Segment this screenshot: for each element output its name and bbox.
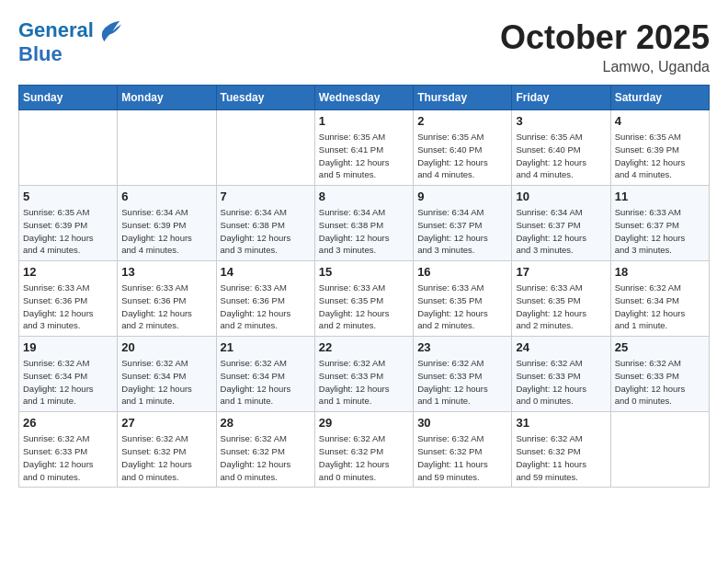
calendar-cell: 24Sunrise: 6:32 AM Sunset: 6:33 PM Dayli… — [512, 337, 610, 412]
calendar-cell: 30Sunrise: 6:32 AM Sunset: 6:32 PM Dayli… — [414, 412, 512, 488]
day-number: 16 — [417, 265, 507, 279]
day-info: Sunrise: 6:32 AM Sunset: 6:33 PM Dayligh… — [615, 357, 705, 408]
day-info: Sunrise: 6:33 AM Sunset: 6:35 PM Dayligh… — [417, 282, 507, 332]
calendar-week-row: 12Sunrise: 6:33 AM Sunset: 6:36 PM Dayli… — [19, 261, 710, 337]
day-number: 12 — [23, 265, 113, 279]
calendar-cell: 9Sunrise: 6:34 AM Sunset: 6:37 PM Daylig… — [414, 186, 512, 261]
day-of-week-header: Sunday — [19, 86, 118, 110]
day-number: 5 — [23, 190, 113, 203]
day-number: 10 — [516, 190, 606, 203]
calendar-cell: 31Sunrise: 6:32 AM Sunset: 6:32 PM Dayli… — [512, 412, 610, 488]
day-of-week-header: Wednesday — [314, 86, 413, 110]
day-number: 22 — [319, 340, 409, 354]
calendar-cell: 27Sunrise: 6:32 AM Sunset: 6:32 PM Dayli… — [118, 412, 216, 488]
calendar-cell — [19, 110, 118, 186]
day-info: Sunrise: 6:32 AM Sunset: 6:34 PM Dayligh… — [121, 357, 211, 408]
day-of-week-header: Monday — [118, 86, 216, 110]
day-info: Sunrise: 6:33 AM Sunset: 6:36 PM Dayligh… — [121, 282, 211, 332]
day-of-week-header: Thursday — [414, 86, 512, 110]
calendar-cell: 2Sunrise: 6:35 AM Sunset: 6:40 PM Daylig… — [414, 110, 512, 186]
day-number: 27 — [121, 416, 211, 430]
calendar-cell: 8Sunrise: 6:34 AM Sunset: 6:38 PM Daylig… — [314, 186, 413, 261]
calendar-cell: 6Sunrise: 6:34 AM Sunset: 6:39 PM Daylig… — [118, 186, 216, 261]
calendar-cell — [610, 412, 709, 488]
day-number: 8 — [319, 190, 409, 203]
calendar-cell: 16Sunrise: 6:33 AM Sunset: 6:35 PM Dayli… — [414, 261, 512, 337]
title-block: October 2025 Lamwo, Uganda — [500, 18, 710, 75]
day-of-week-header: Saturday — [610, 86, 709, 110]
calendar-cell: 3Sunrise: 6:35 AM Sunset: 6:40 PM Daylig… — [512, 110, 610, 186]
day-info: Sunrise: 6:34 AM Sunset: 6:37 PM Dayligh… — [417, 206, 507, 257]
day-info: Sunrise: 6:33 AM Sunset: 6:35 PM Dayligh… — [516, 282, 606, 332]
day-number: 7 — [221, 190, 311, 203]
calendar-cell: 21Sunrise: 6:32 AM Sunset: 6:34 PM Dayli… — [216, 337, 314, 412]
calendar-cell: 5Sunrise: 6:35 AM Sunset: 6:39 PM Daylig… — [19, 186, 118, 261]
calendar-cell: 17Sunrise: 6:33 AM Sunset: 6:35 PM Dayli… — [512, 261, 610, 337]
day-info: Sunrise: 6:32 AM Sunset: 6:34 PM Dayligh… — [23, 357, 113, 408]
day-number: 17 — [516, 265, 606, 279]
calendar-cell: 18Sunrise: 6:32 AM Sunset: 6:34 PM Dayli… — [610, 261, 709, 337]
day-number: 6 — [121, 190, 211, 203]
day-info: Sunrise: 6:34 AM Sunset: 6:38 PM Dayligh… — [319, 206, 409, 257]
calendar-cell: 25Sunrise: 6:32 AM Sunset: 6:33 PM Dayli… — [610, 337, 709, 412]
month-title: October 2025 — [500, 18, 710, 57]
calendar-cell: 11Sunrise: 6:33 AM Sunset: 6:37 PM Dayli… — [610, 186, 709, 261]
day-info: Sunrise: 6:34 AM Sunset: 6:38 PM Dayligh… — [221, 206, 311, 257]
calendar-table: SundayMondayTuesdayWednesdayThursdayFrid… — [18, 85, 710, 488]
day-info: Sunrise: 6:33 AM Sunset: 6:36 PM Dayligh… — [23, 282, 113, 332]
day-number: 31 — [516, 416, 606, 430]
page-header: General Blue October 2025 Lamwo, Uganda — [18, 18, 710, 75]
day-info: Sunrise: 6:35 AM Sunset: 6:39 PM Dayligh… — [23, 206, 113, 257]
calendar-cell: 12Sunrise: 6:33 AM Sunset: 6:36 PM Dayli… — [19, 261, 118, 337]
calendar-cell: 1Sunrise: 6:35 AM Sunset: 6:41 PM Daylig… — [314, 110, 413, 186]
day-number: 23 — [417, 340, 507, 354]
calendar-header-row: SundayMondayTuesdayWednesdayThursdayFrid… — [19, 86, 710, 110]
calendar-body: 1Sunrise: 6:35 AM Sunset: 6:41 PM Daylig… — [19, 110, 710, 488]
calendar-cell: 14Sunrise: 6:33 AM Sunset: 6:36 PM Dayli… — [216, 261, 314, 337]
calendar-week-row: 1Sunrise: 6:35 AM Sunset: 6:41 PM Daylig… — [19, 110, 710, 186]
calendar-cell: 28Sunrise: 6:32 AM Sunset: 6:32 PM Dayli… — [216, 412, 314, 488]
day-info: Sunrise: 6:34 AM Sunset: 6:37 PM Dayligh… — [516, 206, 606, 257]
day-info: Sunrise: 6:32 AM Sunset: 6:32 PM Dayligh… — [319, 432, 409, 483]
calendar-cell: 23Sunrise: 6:32 AM Sunset: 6:33 PM Dayli… — [414, 337, 512, 412]
day-number: 20 — [121, 340, 211, 354]
day-number: 15 — [319, 265, 409, 279]
calendar-cell: 10Sunrise: 6:34 AM Sunset: 6:37 PM Dayli… — [512, 186, 610, 261]
day-info: Sunrise: 6:34 AM Sunset: 6:39 PM Dayligh… — [121, 206, 211, 257]
calendar-cell: 4Sunrise: 6:35 AM Sunset: 6:39 PM Daylig… — [610, 110, 709, 186]
calendar-cell: 13Sunrise: 6:33 AM Sunset: 6:36 PM Dayli… — [118, 261, 216, 337]
day-info: Sunrise: 6:32 AM Sunset: 6:33 PM Dayligh… — [319, 357, 409, 408]
day-number: 14 — [221, 265, 311, 279]
logo-bird-icon — [96, 18, 121, 44]
calendar-cell: 29Sunrise: 6:32 AM Sunset: 6:32 PM Dayli… — [314, 412, 413, 488]
day-number: 11 — [615, 190, 705, 203]
day-number: 25 — [615, 340, 705, 354]
day-info: Sunrise: 6:32 AM Sunset: 6:34 PM Dayligh… — [221, 357, 311, 408]
day-number: 2 — [417, 114, 507, 128]
calendar-cell: 20Sunrise: 6:32 AM Sunset: 6:34 PM Dayli… — [118, 337, 216, 412]
calendar-cell — [118, 110, 216, 186]
day-info: Sunrise: 6:33 AM Sunset: 6:37 PM Dayligh… — [615, 206, 705, 257]
day-number: 29 — [319, 416, 409, 430]
day-number: 28 — [221, 416, 311, 430]
day-number: 3 — [516, 114, 606, 128]
day-info: Sunrise: 6:35 AM Sunset: 6:40 PM Dayligh… — [417, 131, 507, 181]
day-info: Sunrise: 6:32 AM Sunset: 6:33 PM Dayligh… — [516, 357, 606, 408]
day-info: Sunrise: 6:32 AM Sunset: 6:34 PM Dayligh… — [615, 282, 705, 332]
day-of-week-header: Friday — [512, 86, 610, 110]
day-info: Sunrise: 6:35 AM Sunset: 6:39 PM Dayligh… — [615, 131, 705, 181]
day-info: Sunrise: 6:35 AM Sunset: 6:41 PM Dayligh… — [319, 131, 409, 181]
logo-text: General — [18, 18, 121, 44]
location-title: Lamwo, Uganda — [500, 59, 710, 75]
day-number: 30 — [417, 416, 507, 430]
day-info: Sunrise: 6:32 AM Sunset: 6:32 PM Dayligh… — [121, 432, 211, 483]
calendar-week-row: 26Sunrise: 6:32 AM Sunset: 6:33 PM Dayli… — [19, 412, 710, 488]
calendar-cell: 22Sunrise: 6:32 AM Sunset: 6:33 PM Dayli… — [314, 337, 413, 412]
calendar-cell: 7Sunrise: 6:34 AM Sunset: 6:38 PM Daylig… — [216, 186, 314, 261]
day-number: 4 — [615, 114, 705, 128]
day-info: Sunrise: 6:32 AM Sunset: 6:32 PM Dayligh… — [516, 432, 606, 483]
day-number: 19 — [23, 340, 113, 354]
day-info: Sunrise: 6:32 AM Sunset: 6:32 PM Dayligh… — [417, 432, 507, 483]
day-info: Sunrise: 6:33 AM Sunset: 6:35 PM Dayligh… — [319, 282, 409, 332]
day-info: Sunrise: 6:35 AM Sunset: 6:40 PM Dayligh… — [516, 131, 606, 181]
